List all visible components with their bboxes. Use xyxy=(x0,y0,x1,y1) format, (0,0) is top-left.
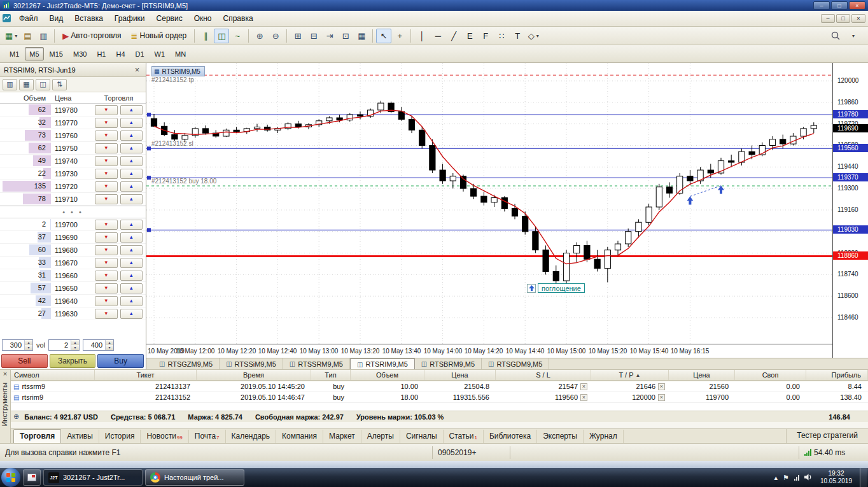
spin-up-icon[interactable]: ▴ xyxy=(106,340,113,345)
trade-header-5[interactable]: Цена xyxy=(424,370,496,380)
trade-header-2[interactable]: Время xyxy=(197,370,311,380)
dom-sort-icon[interactable]: ⇅ xyxy=(52,79,67,90)
balance-plus-icon[interactable]: ⊕ xyxy=(13,413,19,421)
spin-down-icon[interactable]: ▾ xyxy=(106,345,113,350)
toolbox-tab-Почта[interactable]: Почта7 xyxy=(189,430,226,443)
taskbar-task-mt5[interactable]: J2T 3021267 - Just2Tr... xyxy=(43,469,143,486)
candlestick-chart-icon[interactable]: ◫ xyxy=(214,29,229,43)
dom-buy-button[interactable]: ▴ xyxy=(120,181,143,192)
tile-windows-icon[interactable]: ⊞ xyxy=(290,29,305,43)
mdi-close-button[interactable]: × xyxy=(851,14,865,23)
network-icon[interactable] xyxy=(794,474,799,481)
trade-row[interactable]: ▤rtsrim92124131522019.05.10 14:46:47buy1… xyxy=(11,392,868,403)
volume-stepper[interactable]: 2 ▴▾ xyxy=(48,339,80,351)
maximize-button[interactable]: □ xyxy=(831,1,848,10)
timeframe-D1[interactable]: D1 xyxy=(131,47,149,60)
dom-sell-button[interactable]: ▾ xyxy=(95,232,118,243)
taskbar-task-chrome[interactable]: Настоящий трей... xyxy=(145,469,244,486)
grid-objects-icon[interactable]: ∷ xyxy=(494,29,509,43)
dom-sell-button[interactable]: ▾ xyxy=(95,118,118,128)
fibonacci-icon[interactable]: F xyxy=(478,29,493,43)
dom-sell-button[interactable]: ▾ xyxy=(95,181,118,192)
toolbox-tab-Сигналы[interactable]: Сигналы xyxy=(400,430,444,443)
timeframe-M30[interactable]: M30 xyxy=(69,47,91,60)
dom-grid-icon[interactable]: ▦ xyxy=(19,79,34,90)
timeframe-W1[interactable]: W1 xyxy=(150,47,170,60)
chart-area[interactable]: #212413152 tp#212413152 sl#212413152 buy… xyxy=(146,63,832,358)
taskbar-clock[interactable]: 19:32 10.05.2019 xyxy=(818,470,855,486)
line-chart-icon[interactable]: ~ xyxy=(230,29,245,43)
pinned-app-icon[interactable] xyxy=(23,469,41,486)
dom-sell-button[interactable]: ▾ xyxy=(95,296,118,306)
timeframe-MN[interactable]: MN xyxy=(171,47,190,60)
trade-header-4[interactable]: Объем xyxy=(351,370,424,380)
toolbox-tab-Журнал[interactable]: Журнал xyxy=(584,430,624,443)
trade-header-10[interactable]: Прибыль xyxy=(806,370,868,380)
remove-tp-icon[interactable]: × xyxy=(658,394,665,401)
hidden-icons-button[interactable]: ▴ xyxy=(774,474,778,482)
dom-tick-chart-icon[interactable]: ▥ xyxy=(3,79,17,90)
dom-buy-button[interactable]: ▴ xyxy=(120,245,143,255)
toolbox-tab-Эксперты[interactable]: Эксперты xyxy=(537,430,584,443)
tp-points-stepper[interactable]: 400 ▴▾ xyxy=(83,339,114,351)
dom-buy-button[interactable]: ▴ xyxy=(120,169,143,179)
vertical-line-icon[interactable]: │ xyxy=(414,29,430,43)
mdi-restore-button[interactable]: □ xyxy=(836,14,850,23)
trendline-icon[interactable]: ╱ xyxy=(446,29,461,43)
menu-item-Справка[interactable]: Справка xyxy=(218,12,259,25)
dom-buy-button[interactable]: ▴ xyxy=(120,309,143,319)
text-label-icon[interactable]: T xyxy=(510,29,525,43)
dom-buy-button[interactable]: ▴ xyxy=(120,271,143,281)
equidistant-channel-icon[interactable]: E xyxy=(462,29,477,43)
menu-item-Вид[interactable]: Вид xyxy=(44,12,69,25)
new-order-button[interactable]: ≣Новый ордер xyxy=(127,29,192,43)
chart-tab-RTSSRM9,M5[interactable]: ◫RTSSRM9,M5 xyxy=(283,358,350,369)
menu-item-Сервис[interactable]: Сервис xyxy=(151,12,188,25)
new-window-icon[interactable]: ⇥ xyxy=(322,29,337,43)
dom-buy-button[interactable]: ▴ xyxy=(120,156,143,166)
toolbar-options-caret-icon[interactable]: ▾ xyxy=(846,29,861,43)
dom-sell-button[interactable]: ▾ xyxy=(95,194,118,204)
chart-tab-RTSSiM9,M5[interactable]: ◫RTSSiM9,M5 xyxy=(220,358,283,369)
dom-buy-button[interactable]: ▴ xyxy=(120,220,143,230)
timeframe-M1[interactable]: M1 xyxy=(5,47,24,60)
cascade-windows-icon[interactable]: ⊟ xyxy=(306,29,321,43)
dom-buy-button[interactable]: ▴ xyxy=(120,131,143,141)
zoom-out-icon[interactable]: ⊖ xyxy=(268,29,283,43)
dom-sell-button[interactable]: ▾ xyxy=(95,271,118,281)
menu-item-Окно[interactable]: Окно xyxy=(188,12,218,25)
chart-mini-header[interactable]: ▦ RTSRIM9,M5 xyxy=(151,66,205,76)
strategy-tester-label[interactable]: Тестер стратегий xyxy=(786,429,868,443)
toolbox-tab-Алерты[interactable]: Алерты xyxy=(361,430,400,443)
toolbox-tab-Библиотека[interactable]: Библиотека xyxy=(484,430,537,443)
remove-sl-icon[interactable]: × xyxy=(580,383,587,390)
dom-sell-button[interactable]: ▾ xyxy=(95,283,118,293)
search-icon[interactable] xyxy=(828,29,843,43)
dom-buy-button[interactable]: ▴ xyxy=(120,258,143,268)
trade-header-8[interactable]: Цена xyxy=(669,370,735,380)
horizontal-line-icon[interactable]: ─ xyxy=(430,29,445,43)
trade-header-6[interactable]: S / L xyxy=(496,370,591,380)
spin-down-icon[interactable]: ▾ xyxy=(25,345,32,350)
dom-sell-button[interactable]: ▾ xyxy=(95,258,118,268)
dom-close-icon[interactable]: × xyxy=(132,66,142,74)
minimize-button[interactable]: – xyxy=(813,1,830,10)
trade-header-9[interactable]: Своп xyxy=(735,370,806,380)
dom-buy-button[interactable]: ▴ xyxy=(120,232,143,243)
close-position-button[interactable]: Закрыть xyxy=(50,354,96,368)
dom-sell-button[interactable]: ▾ xyxy=(95,220,118,230)
trade-header-0[interactable]: Символ xyxy=(11,370,95,380)
spin-up-icon[interactable]: ▴ xyxy=(71,340,79,345)
dom-sell-button[interactable]: ▾ xyxy=(95,156,118,166)
auto-trading-button[interactable]: ▶Авто-торговля xyxy=(58,29,125,43)
dom-sell-button[interactable]: ▾ xyxy=(95,105,118,115)
action-center-flag-icon[interactable]: ⚑ xyxy=(783,474,789,482)
toolbox-tab-Новости[interactable]: Новости99 xyxy=(141,430,188,443)
trade-header-7[interactable]: T / P▲ xyxy=(591,370,669,380)
trade-row[interactable]: ▤rtssrm92124131372019.05.10 14:45:20buy1… xyxy=(11,381,868,392)
dom-sell-button[interactable]: ▾ xyxy=(95,169,118,179)
start-button[interactable] xyxy=(1,468,20,487)
timeframe-H1[interactable]: H1 xyxy=(92,47,110,60)
dom-sell-button[interactable]: ▾ xyxy=(95,309,118,319)
dom-sell-button[interactable]: ▾ xyxy=(95,143,118,153)
